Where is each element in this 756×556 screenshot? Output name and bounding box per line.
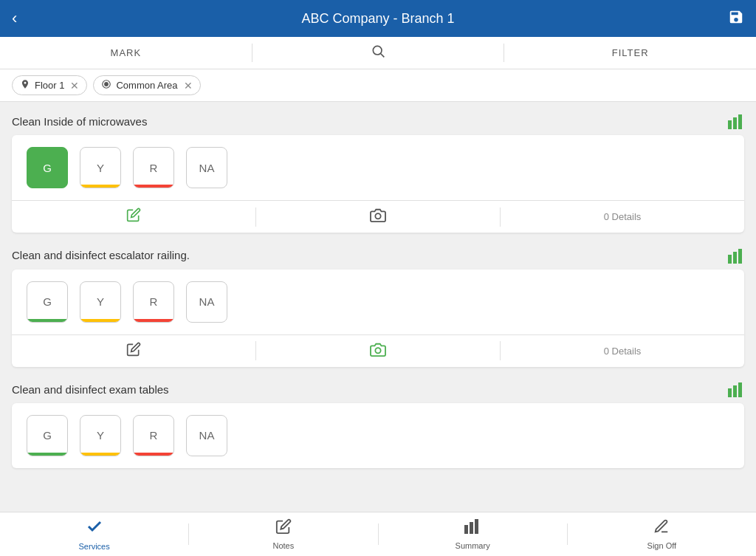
task-header-3: Clean and disinfect exam tables [12,379,744,403]
app-header: ‹ ABC Company - Branch 1 [0,0,756,37]
action-row-1: 0 Details [12,200,744,233]
signoff-icon [653,518,670,539]
floor-chip-label: Floor 1 [35,80,64,91]
rating-btn-y-2[interactable]: Y [80,281,121,323]
green-bar-2 [27,319,67,322]
nav-summary[interactable]: Summary [379,518,567,550]
details-label-2: 0 Details [604,346,642,357]
summary-label: Summary [456,541,490,550]
notes-label: Notes [273,541,295,550]
rating-btn-g-1[interactable]: G [27,147,68,188]
green-bar-3 [27,453,67,456]
svg-rect-10 [738,249,742,264]
camera-icon-2 [370,342,386,360]
rating-btn-y-3[interactable]: Y [80,415,121,456]
filter-chips: Floor 1 ✕ Common Area ✕ [0,69,756,102]
summary-icon [464,518,481,539]
camera-button-2[interactable] [256,335,500,367]
rating-row-2: G Y R NA [12,270,744,334]
task-card-2: G Y R NA [12,270,744,367]
filter-chip-area[interactable]: Common Area ✕ [93,75,200,95]
task-title-2: Clean and disinfect escalator railing. [12,249,190,261]
svg-rect-14 [738,382,742,397]
filter-button[interactable]: FILTER [504,37,756,69]
svg-point-11 [375,348,380,353]
edit-icon-2 [126,342,141,360]
filter-chip-floor[interactable]: Floor 1 ✕ [12,75,87,95]
svg-rect-16 [470,522,473,534]
details-label-1: 0 Details [604,211,642,222]
chart-icon-2[interactable] [728,247,744,263]
bottom-nav: Services Notes Summary Sig [0,512,756,556]
edit-button-1[interactable] [12,201,255,233]
rating-btn-r-2[interactable]: R [133,281,174,323]
svg-point-0 [373,46,382,55]
area-chip-label: Common Area [116,80,177,91]
nav-services[interactable]: Services [0,518,188,551]
location-icon [20,79,30,92]
svg-line-1 [381,54,385,58]
nav-signoff[interactable]: Sign Off [568,518,756,550]
red-bar-1 [134,185,173,188]
task-title-1: Clean Inside of microwaves [12,115,147,128]
edit-button-2[interactable] [12,335,255,367]
rating-btn-y-1[interactable]: Y [80,147,121,188]
search-button[interactable] [252,37,504,69]
camera-button-1[interactable] [256,201,500,233]
red-bar-3 [134,453,173,456]
task-section-3: Clean and disinfect exam tables G Y [12,379,744,468]
area-chip-close[interactable]: ✕ [184,80,193,92]
save-button[interactable] [728,9,744,29]
search-icon [371,44,385,62]
task-section-1: Clean Inside of microwaves G Y R [12,111,744,233]
yellow-bar-1 [80,185,120,188]
notes-icon [275,518,292,539]
rating-btn-g-3[interactable]: G [27,415,68,456]
back-button[interactable]: ‹ [12,9,17,28]
red-bar-2 [134,319,173,322]
svg-rect-4 [728,120,732,129]
camera-icon-1 [370,207,386,226]
svg-rect-12 [728,388,732,397]
details-button-1[interactable]: 0 Details [501,201,744,233]
floor-chip-close[interactable]: ✕ [70,80,79,92]
signoff-label: Sign Off [647,541,677,550]
rating-btn-na-3[interactable]: NA [186,415,227,456]
svg-rect-6 [738,114,742,129]
svg-point-7 [375,213,380,219]
action-row-2: 0 Details [12,334,744,367]
toolbar: MARK FILTER [0,37,756,69]
svg-rect-13 [733,385,737,397]
svg-point-3 [105,82,109,86]
area-icon [101,79,111,92]
chart-icon-3[interactable] [728,382,744,397]
rating-row-1: G Y R NA [12,135,744,200]
rating-row-3: G Y R NA [12,403,744,468]
rating-btn-r-1[interactable]: R [133,147,174,188]
main-content: Clean Inside of microwaves G Y R [0,102,756,515]
rating-btn-g-2[interactable]: G [27,281,68,323]
svg-rect-15 [464,525,468,534]
task-card-1: G Y R NA [12,135,744,233]
services-icon [86,518,103,540]
task-section-2: Clean and disinfect escalator railing. G… [12,244,744,366]
rating-btn-na-2[interactable]: NA [186,281,227,323]
details-button-2[interactable]: 0 Details [501,335,744,367]
yellow-bar-3 [80,453,120,456]
rating-btn-na-1[interactable]: NA [186,147,227,188]
task-header-1: Clean Inside of microwaves [12,111,744,135]
nav-notes[interactable]: Notes [189,518,377,550]
rating-btn-r-3[interactable]: R [133,415,174,456]
mark-button[interactable]: MARK [0,37,252,69]
svg-rect-9 [733,252,737,264]
svg-rect-17 [475,519,478,534]
chart-icon-1[interactable] [728,114,744,129]
svg-rect-5 [733,117,737,129]
task-header-2: Clean and disinfect escalator railing. [12,244,744,269]
header-title: ABC Company - Branch 1 [301,11,454,27]
task-title-3: Clean and disinfect exam tables [12,383,169,396]
task-card-3: G Y R NA [12,403,744,468]
svg-rect-8 [728,255,732,264]
yellow-bar-2 [80,319,120,322]
edit-icon-1 [126,207,141,226]
